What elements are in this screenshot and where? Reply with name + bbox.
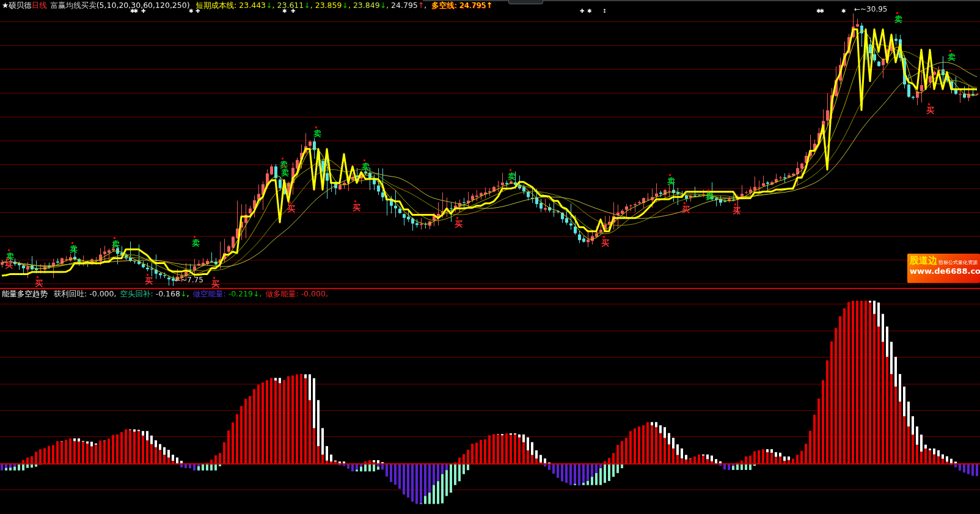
signal-dot-icon bbox=[684, 202, 686, 204]
watermark-brand: 股道边 bbox=[910, 255, 937, 266]
signal-dot-icon bbox=[147, 274, 148, 276]
sell-signal: 卖 bbox=[508, 172, 517, 180]
top-strip bbox=[423, 0, 980, 1]
cost-line-value: 23.859↓, bbox=[315, 1, 353, 10]
buy-signal: 买 bbox=[926, 106, 936, 114]
sell-signal: 卖 bbox=[281, 169, 291, 177]
favorite-star-icon: ★ bbox=[2, 1, 9, 10]
sell-signal: 卖 bbox=[313, 130, 323, 138]
buy-signal: 买 bbox=[145, 277, 155, 285]
signal-dot-icon bbox=[896, 12, 898, 14]
price-and-momentum-chart-canvas[interactable] bbox=[0, 0, 980, 514]
buy-signal: 买 bbox=[601, 239, 611, 247]
signal-dot-icon bbox=[510, 169, 511, 171]
sell-signal: 卖 bbox=[112, 240, 122, 248]
main-indicator-header: ★硕贝德日线富赢均线买卖(5,10,20,30,60,120,250)短期成本线… bbox=[2, 1, 492, 10]
signal-dot-icon bbox=[315, 127, 317, 128]
buy-signal: 买 bbox=[211, 280, 221, 288]
collapsed-toolbar-tab[interactable] bbox=[508, 0, 543, 4]
signal-dot-icon bbox=[603, 236, 605, 238]
dk-line-label: 多空线: bbox=[431, 1, 457, 10]
sub-indicator-header: 能量多空趋势获利回吐: -0.000,空头回补: -0.168↓,做空能量: -… bbox=[2, 289, 332, 298]
signal-dot-icon bbox=[734, 204, 736, 205]
price-high-annotation: ←~30.95 bbox=[854, 6, 887, 13]
sell-signal: 卖 bbox=[362, 163, 371, 171]
signal-dot-icon bbox=[37, 276, 38, 278]
sub-indicator-value: 获利回吐: -0.000, bbox=[54, 289, 116, 298]
buy-signal: 买 bbox=[5, 261, 15, 269]
signal-dot-icon bbox=[708, 189, 709, 191]
signal-dot-icon bbox=[456, 217, 458, 219]
signal-dot-icon bbox=[354, 200, 356, 202]
signal-dot-icon bbox=[71, 242, 73, 244]
signal-dot-icon bbox=[282, 158, 283, 160]
sub-indicator-values: 获利回吐: -0.000,空头回补: -0.168↓,做空能量: -0.219↓… bbox=[54, 289, 332, 298]
price-low-annotation: ←~7.75 bbox=[175, 276, 203, 284]
cost-line-value: 23.849↓, bbox=[353, 1, 391, 10]
sub-indicator-value: 做空能量: -0.219↓, bbox=[192, 289, 261, 298]
watermark-tagline: 指标公式量化资源 bbox=[938, 260, 978, 266]
sub-indicator-name[interactable]: 能量多空趋势 bbox=[2, 289, 48, 298]
watermark-ad: 股道边 指标公式量化资源 www.de6688.com bbox=[907, 254, 980, 283]
cost-line-value: 23.443↓, bbox=[239, 1, 277, 10]
dk-line-value: 24.795↑ bbox=[459, 1, 492, 10]
signal-dot-icon bbox=[7, 258, 9, 260]
watermark-url: www.de6688.com bbox=[910, 266, 980, 276]
event-mark-icon: ✱ bbox=[282, 9, 286, 14]
cost-line-value: 24.795↑, bbox=[391, 1, 429, 10]
signal-dot-icon bbox=[283, 166, 285, 167]
event-mark-icon: ✚ bbox=[141, 9, 145, 14]
indicator-name[interactable]: 富赢均线买卖 bbox=[51, 1, 97, 10]
event-mark-icon: ✱✱ bbox=[130, 9, 137, 14]
cost-line-values: 23.443↓, 23.611↓, 23.859↓, 23.849↓, 24.7… bbox=[239, 1, 429, 10]
buy-signal: 买 bbox=[353, 204, 362, 211]
event-mark-icon: ✚ bbox=[196, 9, 199, 14]
sell-signal: 卖 bbox=[192, 239, 202, 247]
signal-dot-icon bbox=[8, 249, 10, 251]
sell-signal: 卖 bbox=[894, 15, 904, 23]
event-mark-icon: ✚ bbox=[291, 9, 294, 14]
event-mark-icon: ✱ bbox=[841, 9, 845, 14]
signal-dot-icon bbox=[194, 236, 196, 238]
event-mark-icon: ✚ bbox=[580, 9, 583, 14]
event-mark-icon: ✱✱ bbox=[816, 9, 823, 14]
sell-signal: 卖 bbox=[667, 177, 677, 185]
sell-signal: 卖 bbox=[706, 193, 715, 200]
signal-dot-icon bbox=[213, 277, 215, 279]
sub-indicator-value: 空头回补: -0.168↓, bbox=[120, 289, 189, 298]
buy-signal: 买 bbox=[682, 205, 692, 213]
signal-dot-icon bbox=[949, 50, 951, 52]
event-mark-icon: ↕ bbox=[602, 9, 606, 14]
signal-dot-icon bbox=[114, 237, 115, 239]
buy-signal: 买 bbox=[733, 207, 742, 215]
trading-app-screen: ★硕贝德日线富赢均线买卖(5,10,20,30,60,120,250)短期成本线… bbox=[0, 0, 980, 514]
buy-signal: 买 bbox=[35, 279, 45, 287]
sell-signal: 卖 bbox=[948, 53, 957, 61]
signal-dot-icon bbox=[669, 174, 671, 176]
event-mark-icon: ✱ bbox=[587, 9, 591, 14]
period-label[interactable]: 日线 bbox=[32, 1, 47, 10]
signal-dot-icon bbox=[928, 103, 930, 105]
event-mark-icon: ✱ bbox=[189, 9, 192, 14]
sell-signal: 卖 bbox=[70, 245, 79, 253]
stock-name[interactable]: 硕贝德 bbox=[9, 1, 32, 10]
buy-signal: 买 bbox=[455, 220, 464, 228]
buy-signal: 买 bbox=[287, 205, 297, 213]
sub-indicator-value: 做多能量: -0.000, bbox=[265, 289, 327, 298]
cost-line-label: 短期成本线: bbox=[196, 1, 237, 10]
signal-dot-icon bbox=[364, 160, 365, 161]
signal-dot-icon bbox=[289, 202, 291, 204]
